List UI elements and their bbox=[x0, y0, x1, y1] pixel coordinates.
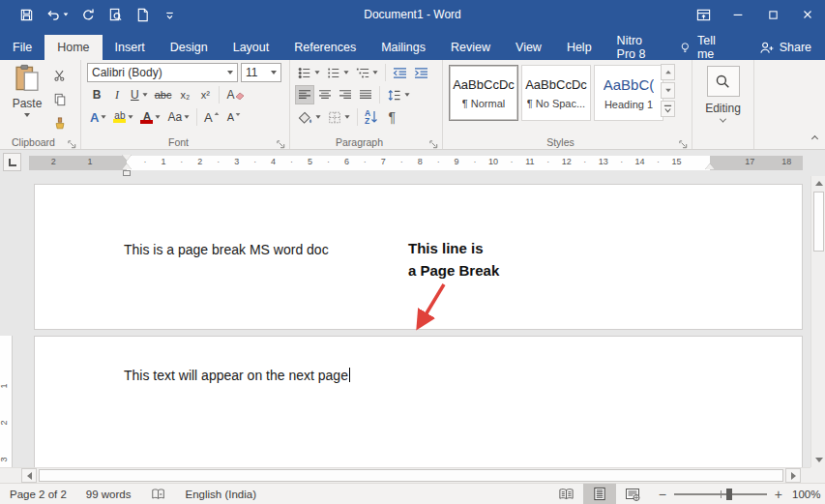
right-indent-marker[interactable] bbox=[705, 163, 715, 169]
multilevel-dropdown-icon[interactable] bbox=[372, 71, 377, 74]
copy-button[interactable] bbox=[50, 90, 70, 109]
paste-button[interactable]: Paste bbox=[6, 64, 48, 128]
editing-dropdown-icon[interactable] bbox=[694, 118, 751, 123]
tab-references[interactable]: References bbox=[281, 35, 368, 60]
subscript-button[interactable]: x₂ bbox=[175, 85, 194, 104]
text-effects-dropdown-icon[interactable] bbox=[102, 115, 106, 118]
grow-font-button[interactable]: A bbox=[201, 107, 223, 127]
borders-button[interactable] bbox=[325, 107, 353, 127]
proofing-status-button[interactable] bbox=[141, 484, 176, 504]
bullets-button[interactable] bbox=[295, 63, 323, 82]
style-heading-1[interactable]: AaBbC(Heading 1 bbox=[594, 65, 663, 121]
align-left-button[interactable] bbox=[295, 85, 314, 104]
word-count[interactable]: 99 words bbox=[76, 484, 141, 504]
page1-paragraph[interactable]: This is a page break MS word doc bbox=[124, 242, 329, 257]
clear-formatting-button[interactable]: A bbox=[223, 85, 248, 104]
page-2[interactable] bbox=[34, 336, 803, 467]
borders-dropdown-icon[interactable] bbox=[344, 115, 349, 118]
bold-button[interactable]: B bbox=[87, 85, 106, 104]
horizontal-scrollbar[interactable] bbox=[0, 467, 810, 483]
font-size-combobox[interactable]: 11 bbox=[241, 63, 281, 82]
styles-scroll-down-icon[interactable] bbox=[661, 82, 675, 99]
vertical-scroll-thumb[interactable] bbox=[813, 192, 824, 252]
tab-mailings[interactable]: Mailings bbox=[368, 35, 438, 60]
tab-home[interactable]: Home bbox=[44, 35, 102, 60]
page2-paragraph[interactable]: This text will appear on the next page bbox=[124, 368, 350, 383]
underline-button[interactable]: U bbox=[128, 85, 151, 104]
styles-dialog-launcher-icon[interactable] bbox=[678, 136, 689, 147]
share-button[interactable]: Share bbox=[746, 35, 825, 60]
first-line-indent-marker[interactable] bbox=[122, 155, 132, 161]
font-color-button[interactable]: A bbox=[137, 107, 163, 127]
ribbon-display-options-icon[interactable] bbox=[686, 0, 721, 29]
zoom-slider-thumb[interactable] bbox=[726, 489, 732, 500]
zoom-out-icon[interactable]: − bbox=[659, 488, 666, 501]
paste-dropdown-icon[interactable] bbox=[24, 113, 30, 117]
zoom-level[interactable]: 100% bbox=[792, 489, 825, 500]
collapse-ribbon-icon[interactable] bbox=[812, 128, 817, 145]
sort-button[interactable]: A Z bbox=[362, 107, 381, 127]
horizontal-ruler[interactable]: 211·2·3·4·5·6·7·8·9·10·11·12·13·14·15·17… bbox=[29, 156, 803, 170]
line-spacing-button[interactable] bbox=[384, 85, 413, 104]
web-layout-icon[interactable] bbox=[616, 484, 649, 504]
maximize-icon[interactable] bbox=[755, 0, 790, 29]
line-spacing-dropdown-icon[interactable] bbox=[404, 93, 409, 96]
language-indicator[interactable]: English (India) bbox=[176, 484, 267, 504]
style--normal[interactable]: AaBbCcDc¶ Normal bbox=[449, 65, 518, 121]
text-effects-button[interactable]: A bbox=[87, 107, 109, 127]
cut-button[interactable] bbox=[50, 66, 70, 85]
hanging-indent-marker[interactable] bbox=[122, 163, 132, 169]
font-color-dropdown-icon[interactable] bbox=[156, 115, 161, 118]
strikethrough-button[interactable]: abc bbox=[152, 85, 175, 104]
minimize-icon[interactable] bbox=[721, 0, 755, 29]
print-preview-icon[interactable] bbox=[103, 3, 128, 26]
change-case-button[interactable]: Aa bbox=[164, 107, 192, 127]
align-right-button[interactable] bbox=[336, 85, 355, 104]
customize-qat-icon[interactable] bbox=[157, 3, 182, 26]
tab-insert[interactable]: Insert bbox=[103, 35, 158, 60]
zoom-in-icon[interactable]: + bbox=[775, 488, 782, 501]
new-document-icon[interactable] bbox=[130, 3, 155, 26]
page-indicator[interactable]: Page 2 of 2 bbox=[0, 484, 76, 504]
show-hide-pilcrow-button[interactable]: ¶ bbox=[382, 107, 401, 127]
increase-indent-button[interactable] bbox=[411, 63, 431, 82]
tell-me-button[interactable]: Tell me bbox=[665, 35, 745, 60]
tab-nitro-pro-8[interactable]: Nitro Pro 8 bbox=[604, 35, 666, 60]
tab-design[interactable]: Design bbox=[158, 35, 221, 60]
scroll-up-icon[interactable] bbox=[811, 176, 825, 191]
style--no-spac-[interactable]: AaBbCcDc¶ No Spac... bbox=[521, 65, 591, 121]
tab-layout[interactable]: Layout bbox=[221, 35, 282, 60]
font-dialog-launcher-icon[interactable] bbox=[276, 136, 286, 147]
undo-dropdown-icon[interactable] bbox=[64, 13, 69, 15]
redo-icon[interactable] bbox=[75, 3, 101, 26]
clipboard-dialog-launcher-icon[interactable] bbox=[67, 136, 77, 147]
styles-scroll-up-icon[interactable] bbox=[661, 64, 675, 80]
close-icon[interactable] bbox=[790, 0, 825, 29]
vertical-scrollbar[interactable] bbox=[810, 176, 825, 467]
font-name-combobox[interactable]: Calibri (Body) bbox=[87, 63, 238, 82]
align-center-button[interactable] bbox=[315, 85, 335, 104]
decrease-indent-button[interactable] bbox=[390, 63, 410, 82]
tab-view[interactable]: View bbox=[503, 35, 554, 60]
undo-icon[interactable] bbox=[41, 3, 74, 26]
print-layout-icon[interactable] bbox=[583, 484, 616, 504]
paragraph-dialog-launcher-icon[interactable] bbox=[428, 136, 439, 147]
change-case-dropdown-icon[interactable] bbox=[185, 115, 190, 118]
shrink-font-button[interactable]: A bbox=[224, 107, 245, 127]
italic-button[interactable]: I bbox=[107, 85, 127, 104]
superscript-button[interactable]: x² bbox=[195, 85, 215, 104]
save-icon[interactable] bbox=[14, 3, 39, 26]
shading-button[interactable] bbox=[295, 107, 324, 127]
editing-button[interactable] bbox=[707, 66, 740, 97]
tab-selector-button[interactable] bbox=[3, 153, 21, 171]
underline-dropdown-icon[interactable] bbox=[142, 93, 147, 96]
multilevel-list-button[interactable] bbox=[353, 63, 381, 82]
zoom-slider[interactable] bbox=[674, 493, 767, 495]
highlight-dropdown-icon[interactable] bbox=[129, 115, 133, 118]
tab-help[interactable]: Help bbox=[554, 35, 604, 60]
horizontal-scroll-thumb[interactable] bbox=[39, 469, 783, 482]
read-mode-icon[interactable] bbox=[550, 484, 583, 504]
styles-more-icon[interactable] bbox=[661, 101, 675, 117]
vertical-ruler[interactable]: 1234 bbox=[0, 336, 13, 467]
scroll-left-icon[interactable] bbox=[21, 468, 37, 483]
